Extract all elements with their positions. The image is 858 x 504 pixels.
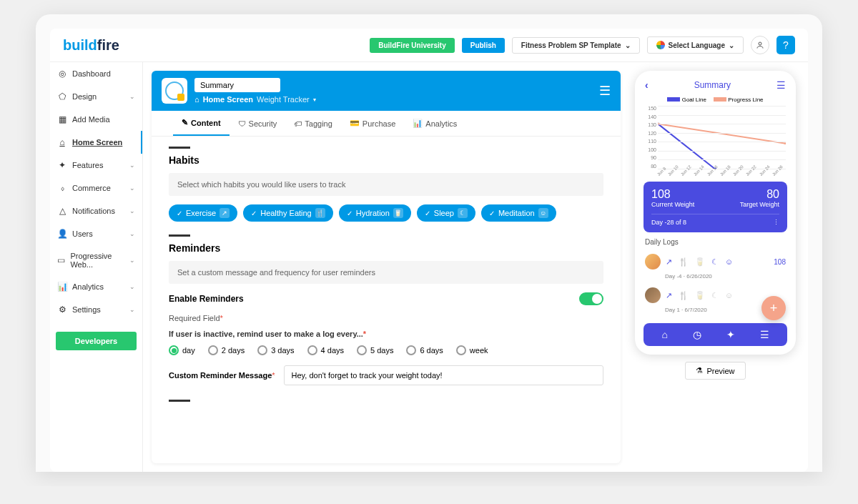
log-item[interactable]: ↗🍴🥛☾☺ 108 <box>641 250 790 273</box>
hamburger-icon[interactable]: ☰ <box>599 83 611 99</box>
nav-icon: 📊 <box>57 282 67 292</box>
preview-button[interactable]: ⚗Preview <box>685 362 745 380</box>
nav-icon: △ <box>57 206 67 216</box>
sleep-icon: ☾ <box>711 257 719 267</box>
sidebar-item-progressive-web-[interactable]: ▭Progressive Web...⌄ <box>50 245 142 275</box>
habits-help: Select which habits you would like users… <box>169 173 603 196</box>
nav-list-icon[interactable]: ☰ <box>760 329 769 340</box>
sidebar-item-notifications[interactable]: △Notifications⌄ <box>50 199 142 222</box>
home-icon: ⌂ <box>194 95 199 104</box>
chip-icon: 🍴 <box>315 208 325 218</box>
habit-chip-healthy-eating[interactable]: Healthy Eating🍴 <box>243 204 333 222</box>
developers-button[interactable]: Developers <box>56 332 137 350</box>
habit-chip-exercise[interactable]: Exercise↗ <box>169 204 237 222</box>
sidebar: ◎Dashboard⬠Design⌄▦Add Media⌂Home Screen… <box>50 62 143 472</box>
frequency-radio-day[interactable]: day <box>169 345 195 355</box>
sidebar-item-analytics[interactable]: 📊Analytics⌄ <box>50 275 142 298</box>
preview-panel: ‹ Summary ☰ Goal Line Progress Line 1501… <box>631 71 799 463</box>
frequency-radio-3-days[interactable]: 3 days <box>257 345 294 355</box>
editor-tabs: ✎Content🛡Security🏷Tagging💳Purchase📊Analy… <box>152 111 621 137</box>
habit-chips: Exercise↗Healthy Eating🍴Hydration🥛Sleep☾… <box>169 204 603 222</box>
chip-icon: ↗ <box>220 208 230 218</box>
chevron-down-icon: ⌄ <box>625 41 631 49</box>
frequency-radio-week[interactable]: week <box>456 345 488 355</box>
frequency-radios: day2 days3 days4 days5 days6 daysweek <box>169 345 603 355</box>
add-log-fab[interactable]: + <box>761 296 786 320</box>
language-dropdown[interactable]: Select Language ⌄ <box>647 36 744 54</box>
target-weight: 80 <box>740 188 779 201</box>
radio-icon <box>406 345 416 355</box>
tab-icon: ✎ <box>182 118 188 127</box>
chart-legend: Goal Line Progress Line <box>641 97 790 103</box>
sidebar-item-design[interactable]: ⬠Design⌄ <box>50 85 142 108</box>
frequency-radio-4-days[interactable]: 4 days <box>307 345 344 355</box>
custom-message-input[interactable] <box>284 365 603 385</box>
log-value: 108 <box>774 258 786 266</box>
frequency-radio-6-days[interactable]: 6 days <box>406 345 443 355</box>
sidebar-item-settings[interactable]: ⚙Settings⌄ <box>50 298 142 321</box>
sidebar-item-commerce[interactable]: ⬨Commerce⌄ <box>50 177 142 199</box>
radio-icon <box>169 345 179 355</box>
reminders-help: Set a custom message and frequency for u… <box>169 261 603 284</box>
chevron-down-icon: ⌄ <box>129 162 135 169</box>
logo: buildfire <box>63 37 119 54</box>
flask-icon: ⚗ <box>696 366 703 375</box>
template-dropdown[interactable]: Fitness Problem SP Template ⌄ <box>512 37 640 54</box>
habit-chip-sleep[interactable]: Sleep☾ <box>417 204 475 222</box>
frequency-radio-5-days[interactable]: 5 days <box>357 345 393 355</box>
tab-icon: 📊 <box>413 119 423 128</box>
university-button[interactable]: BuildFire University <box>370 38 454 53</box>
frequency-radio-2-days[interactable]: 2 days <box>208 345 245 355</box>
radio-icon <box>307 345 317 355</box>
plugin-icon <box>162 78 187 104</box>
title-input[interactable] <box>194 78 280 92</box>
tab-content[interactable]: ✎Content <box>173 111 230 136</box>
sidebar-item-users[interactable]: 👤Users⌄ <box>50 222 142 245</box>
tab-analytics[interactable]: 📊Analytics <box>404 111 465 136</box>
nav-icon: 👤 <box>57 229 67 239</box>
chevron-down-icon: ⌄ <box>129 93 135 100</box>
mood-icon: ☺ <box>725 291 733 300</box>
current-weight: 108 <box>651 188 694 201</box>
nav-icon: ✦ <box>57 160 67 170</box>
sidebar-item-add-media[interactable]: ▦Add Media <box>50 108 142 131</box>
publish-button[interactable]: Publish <box>462 38 505 53</box>
radio-icon <box>208 345 218 355</box>
weight-chart: 1501401301201101009080 Jun 8Jun 10Jun 12… <box>644 106 787 177</box>
sidebar-item-dashboard[interactable]: ◎Dashboard <box>50 62 142 85</box>
sidebar-item-features[interactable]: ✦Features⌄ <box>50 154 142 177</box>
enable-reminders-toggle[interactable] <box>579 292 603 305</box>
enable-reminders-label: Enable Reminders <box>169 294 244 304</box>
habit-chip-hydration[interactable]: Hydration🥛 <box>339 204 411 222</box>
user-menu[interactable] <box>751 36 769 54</box>
phone-menu-icon[interactable]: ☰ <box>776 79 786 91</box>
phone-title: Summary <box>694 80 731 90</box>
food-icon: 🍴 <box>679 291 689 300</box>
breadcrumb-home[interactable]: Home Screen <box>203 95 253 104</box>
sleep-icon: ☾ <box>711 291 719 300</box>
tab-purchase[interactable]: 💳Purchase <box>341 111 404 136</box>
avatar <box>645 287 661 303</box>
hydration-icon: 🥛 <box>695 257 705 267</box>
radio-icon <box>357 345 367 355</box>
nav-icon: ⚙ <box>57 305 67 315</box>
nav-activity-icon[interactable]: ✦ <box>726 329 735 340</box>
nav-home-icon[interactable]: ⌂ <box>661 329 667 340</box>
more-icon[interactable]: ⋮ <box>773 219 779 226</box>
phone-preview: ‹ Summary ☰ Goal Line Progress Line 1501… <box>635 71 796 355</box>
nav-clock-icon[interactable]: ◷ <box>693 329 701 340</box>
phone-bottom-nav: ⌂ ◷ ✦ ☰ <box>644 323 787 346</box>
chevron-down-icon: ⌄ <box>129 283 135 290</box>
help-button[interactable]: ? <box>776 36 795 54</box>
radio-icon <box>257 345 267 355</box>
tab-tagging[interactable]: 🏷Tagging <box>285 111 341 136</box>
tab-security[interactable]: 🛡Security <box>230 111 286 136</box>
exercise-icon: ↗ <box>666 257 672 267</box>
breadcrumb-page[interactable]: Weight Tracker <box>257 95 310 104</box>
habit-chip-meditation[interactable]: Meditation☺ <box>481 204 556 222</box>
chip-icon: 🥛 <box>393 208 403 218</box>
google-icon <box>656 41 665 49</box>
required-field-label: Required Field* <box>169 314 603 322</box>
sidebar-item-home-screen[interactable]: ⌂Home Screen <box>50 131 142 154</box>
back-icon[interactable]: ‹ <box>645 79 649 91</box>
